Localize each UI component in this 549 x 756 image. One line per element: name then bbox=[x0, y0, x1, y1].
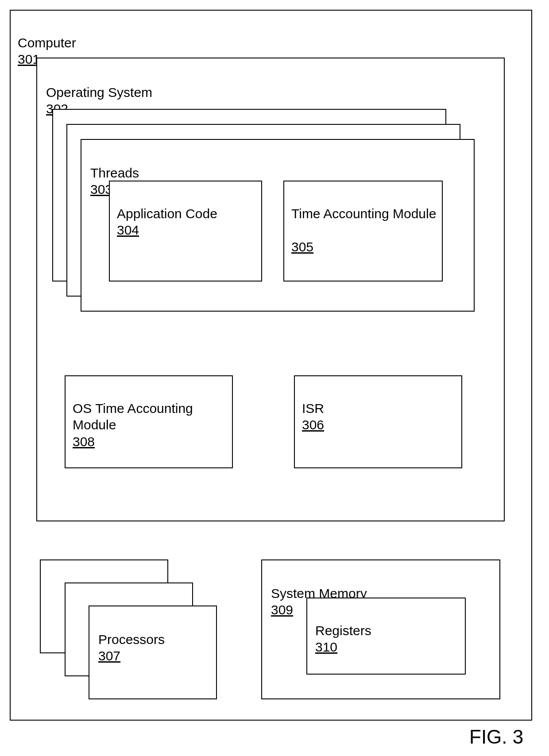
label-processors: Processors 307 bbox=[98, 614, 165, 664]
label-sysmem-ref: 309 bbox=[271, 602, 293, 617]
label-tam-text: Time Accounting Module bbox=[291, 206, 436, 221]
figure-caption: FIG. 3 bbox=[469, 726, 523, 748]
label-appcode-text: Application Code bbox=[117, 206, 217, 221]
label-registers-ref: 310 bbox=[315, 640, 337, 654]
diagram-canvas: Computer 301 Operating System 302 Thread… bbox=[0, 0, 549, 756]
label-isr-ref: 306 bbox=[302, 417, 324, 432]
label-isr: ISR 306 bbox=[302, 383, 324, 433]
label-ostam: OS Time Accounting Module 308 bbox=[73, 383, 228, 450]
label-registers: Registers 310 bbox=[315, 606, 371, 656]
label-threads-text: Threads bbox=[90, 166, 139, 180]
label-tam-ref: 305 bbox=[291, 239, 313, 254]
label-computer-text: Computer bbox=[18, 35, 76, 50]
label-ostam-text: OS Time Accounting Module bbox=[73, 401, 193, 432]
label-registers-text: Registers bbox=[315, 623, 371, 638]
label-processors-ref: 307 bbox=[98, 648, 120, 663]
label-isr-text: ISR bbox=[302, 401, 324, 416]
label-processors-text: Processors bbox=[98, 632, 165, 647]
label-appcode: Application Code 304 bbox=[117, 189, 217, 239]
label-appcode-ref: 304 bbox=[117, 223, 139, 237]
label-ostam-ref: 308 bbox=[73, 434, 95, 449]
label-os-text: Operating System bbox=[46, 85, 152, 100]
label-tam: Time Accounting Module 305 bbox=[291, 189, 437, 255]
